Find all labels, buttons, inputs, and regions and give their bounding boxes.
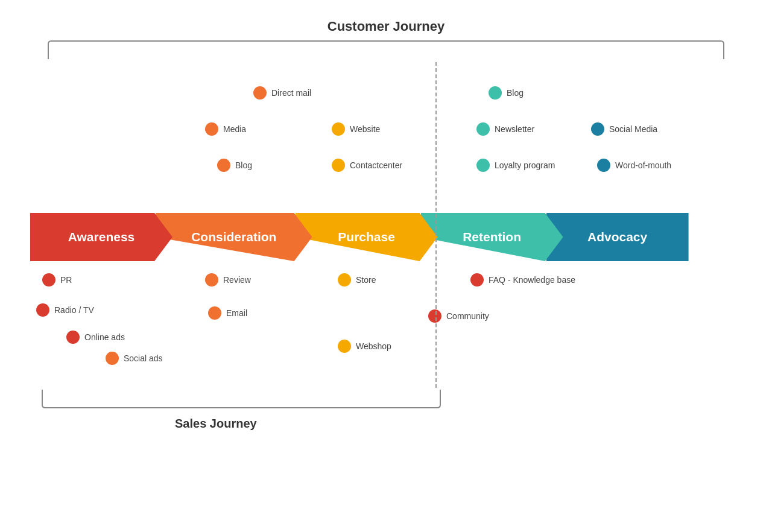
- touchpoint-label: Radio / TV: [54, 305, 94, 315]
- bottom-touchpoint-item: FAQ - Knowledge base: [470, 273, 575, 287]
- advocacy-segment: Advocacy: [546, 213, 689, 261]
- touchpoint-dot: [205, 122, 218, 136]
- touchpoint-dot: [217, 159, 230, 172]
- touchpoint-dot: [205, 273, 218, 287]
- bottom-touchpoint-item: Store: [338, 273, 376, 287]
- bottom-touchpoint-item: Radio / TV: [36, 303, 94, 317]
- touchpoint-dot: [332, 159, 345, 172]
- touchpoint-dot: [476, 122, 490, 136]
- touchpoint-label: Webshop: [356, 341, 391, 351]
- top-touchpoint-item: Media: [205, 122, 246, 136]
- top-touchpoint-item: Social Media: [591, 122, 657, 136]
- touchpoint-dot: [428, 309, 441, 323]
- touchpoint-label: Social ads: [124, 353, 163, 363]
- touchpoint-dot: [470, 273, 484, 287]
- bottom-touchpoint-item: Webshop: [338, 340, 391, 353]
- awareness-label: Awareness: [63, 229, 140, 244]
- bottom-touchpoint-item: Social ads: [106, 352, 163, 365]
- top-touchpoint-item: Word-of-mouth: [597, 159, 671, 172]
- top-touchpoints: Direct mailMediaWebsiteBlogContactcenter…: [30, 68, 742, 207]
- touchpoint-label: Direct mail: [271, 88, 311, 98]
- touchpoint-dot: [597, 159, 610, 172]
- touchpoint-label: Online ads: [84, 332, 125, 342]
- top-touchpoint-item: Direct mail: [253, 86, 311, 100]
- consideration-segment: Consideration: [156, 213, 312, 261]
- touchpoint-dot: [106, 352, 119, 365]
- touchpoint-dot: [66, 331, 80, 344]
- purchase-segment: Purchase: [296, 213, 438, 261]
- touchpoint-label: Contactcenter: [350, 160, 402, 170]
- touchpoint-label: Newsletter: [495, 124, 534, 134]
- customer-journey-title: Customer Journey: [30, 19, 742, 34]
- touchpoint-dot: [338, 340, 351, 353]
- bottom-touchpoint-item: Online ads: [66, 331, 125, 344]
- touchpoint-label: FAQ - Knowledge base: [489, 275, 575, 285]
- purchase-label: Purchase: [333, 229, 400, 244]
- sales-journey-label: Sales Journey: [30, 417, 742, 431]
- touchpoint-label: Email: [226, 308, 247, 318]
- advocacy-label: Advocacy: [583, 229, 652, 244]
- retention-segment: Retention: [421, 213, 563, 261]
- touchpoint-label: Community: [446, 311, 489, 321]
- touchpoint-label: Store: [356, 275, 376, 285]
- touchpoint-dot: [36, 303, 49, 317]
- touchpoint-label: Social Media: [609, 124, 657, 134]
- touchpoint-dot: [253, 86, 267, 100]
- touchpoint-dot: [332, 122, 345, 136]
- top-touchpoint-item: Loyalty program: [476, 159, 555, 172]
- touchpoint-label: PR: [60, 275, 72, 285]
- retention-label: Retention: [458, 229, 526, 244]
- touchpoint-label: Blog: [507, 88, 524, 98]
- top-touchpoint-item: Newsletter: [476, 122, 534, 136]
- touchpoint-dot: [208, 306, 221, 320]
- main-container: Customer Journey Direct mailMediaWebsite…: [30, 19, 742, 513]
- touchpoint-dot: [476, 159, 490, 172]
- touchpoint-dot: [338, 273, 351, 287]
- touchpoint-dot: [42, 273, 55, 287]
- touchpoint-label: Website: [350, 124, 380, 134]
- bottom-touchpoint-item: PR: [42, 273, 72, 287]
- bottom-touchpoint-item: Email: [208, 306, 247, 320]
- bottom-touchpoint-item: Community: [428, 309, 489, 323]
- touchpoint-label: Review: [223, 275, 251, 285]
- touchpoint-label: Loyalty program: [495, 160, 555, 170]
- touchpoint-label: Word-of-mouth: [615, 160, 671, 170]
- customer-journey-bracket: [30, 38, 742, 62]
- touchpoint-dot: [591, 122, 604, 136]
- sales-journey-bracket-area: Sales Journey: [30, 387, 742, 431]
- top-touchpoint-item: Blog: [217, 159, 252, 172]
- top-touchpoint-item: Blog: [489, 86, 524, 100]
- touchpoint-dot: [489, 86, 502, 100]
- touchpoint-label: Media: [223, 124, 246, 134]
- top-touchpoint-item: Website: [332, 122, 380, 136]
- bottom-touchpoint-item: Review: [205, 273, 251, 287]
- awareness-segment: Awareness: [30, 213, 172, 261]
- top-touchpoint-item: Contactcenter: [332, 159, 402, 172]
- consideration-label: Consideration: [186, 229, 281, 244]
- bottom-touchpoints: PRRadio / TVOnline adsSocial adsReviewEm…: [30, 261, 742, 382]
- touchpoint-label: Blog: [235, 160, 252, 170]
- journey-arrows: Awareness Consideration Purchase Retenti…: [30, 213, 742, 261]
